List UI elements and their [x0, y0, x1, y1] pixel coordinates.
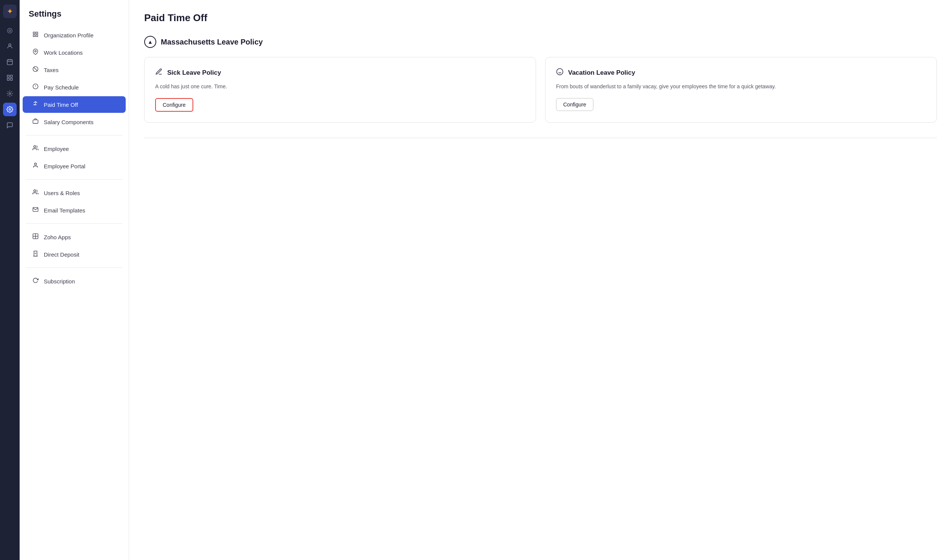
page-title: Paid Time Off — [144, 12, 937, 24]
org-profile-icon — [32, 31, 39, 39]
vacation-leave-card-header: Vacation Leave Policy — [556, 68, 926, 77]
pay-schedule-icon — [32, 83, 39, 91]
sidebar-divider-3 — [26, 224, 123, 224]
dashboard-icon[interactable]: ◎ — [3, 23, 17, 37]
svg-rect-14 — [36, 35, 38, 37]
salary-components-icon — [32, 118, 39, 126]
sidebar-item-label: Paid Time Off — [44, 102, 78, 108]
sick-leave-card-header: Sick Leave Policy — [155, 68, 525, 77]
main-content: Paid Time Off ▲ Massachusetts Leave Poli… — [129, 0, 952, 560]
chat-icon[interactable] — [3, 119, 17, 132]
sidebar-divider-4 — [26, 268, 123, 268]
collapse-icon: ▲ — [148, 39, 153, 45]
sidebar-item-work-locations[interactable]: Work Locations — [23, 44, 126, 61]
sidebar-item-org-profile[interactable]: Organization Profile — [23, 27, 126, 43]
taxes-icon — [32, 66, 39, 74]
employee-icon — [32, 145, 39, 153]
sidebar-item-label: Pay Schedule — [44, 84, 79, 91]
icon-rail: ✦ ◎ — [0, 0, 20, 560]
grid-icon[interactable] — [3, 71, 17, 85]
section-header: ▲ Massachusetts Leave Policy — [144, 36, 937, 48]
svg-point-24 — [34, 190, 36, 192]
svg-point-23 — [34, 163, 36, 165]
sick-leave-title: Sick Leave Policy — [167, 69, 221, 77]
employee-portal-icon — [32, 162, 39, 170]
sidebar-title: Settings — [20, 9, 129, 26]
svg-point-15 — [35, 51, 36, 52]
settings-icon[interactable] — [3, 103, 17, 116]
brand-logo[interactable]: ✦ — [3, 5, 17, 18]
calendar-icon[interactable] — [3, 55, 17, 69]
sidebar-item-label: Taxes — [44, 67, 59, 73]
work-locations-icon — [32, 49, 39, 56]
svg-rect-11 — [33, 32, 35, 34]
svg-rect-6 — [11, 75, 12, 77]
policy-cards-container: Sick Leave Policy A cold has just one cu… — [144, 57, 937, 123]
sidebar-item-email-templates[interactable]: Email Templates — [23, 202, 126, 219]
people-icon[interactable] — [3, 39, 17, 53]
sidebar-item-pay-schedule[interactable]: Pay Schedule — [23, 79, 126, 96]
sidebar-divider-2 — [26, 179, 123, 180]
email-templates-icon — [32, 207, 39, 214]
tools-icon[interactable] — [3, 87, 17, 100]
sidebar-item-employee-portal[interactable]: Employee Portal — [23, 158, 126, 174]
paid-time-off-icon — [32, 101, 39, 108]
sick-leave-description: A cold has just one cure. Time. — [155, 83, 525, 91]
sidebar-item-zoho-apps[interactable]: Zoho Apps — [23, 229, 126, 245]
svg-point-22 — [34, 146, 36, 148]
vacation-leave-icon — [556, 68, 564, 77]
sidebar-item-label: Organization Profile — [44, 32, 94, 39]
subscription-icon — [32, 278, 39, 285]
zoho-apps-icon — [32, 233, 39, 241]
sick-leave-configure-button[interactable]: Configure — [155, 98, 193, 112]
section-divider — [144, 138, 937, 138]
sidebar-item-direct-deposit[interactable]: Direct Deposit — [23, 246, 126, 263]
vacation-leave-policy-card: Vacation Leave Policy From bouts of wand… — [545, 57, 937, 123]
svg-line-17 — [34, 67, 37, 71]
svg-rect-12 — [36, 32, 38, 34]
sidebar-item-taxes[interactable]: Taxes — [23, 62, 126, 78]
sidebar-item-paid-time-off[interactable]: Paid Time Off — [23, 96, 126, 113]
sidebar-item-label: Employee Portal — [44, 163, 85, 170]
sidebar-item-subscription[interactable]: Subscription — [23, 273, 126, 289]
svg-point-0 — [9, 44, 11, 46]
sidebar-item-label: Work Locations — [44, 49, 83, 56]
sidebar-item-label: Users & Roles — [44, 190, 80, 196]
direct-deposit-icon — [32, 251, 39, 258]
svg-rect-5 — [7, 75, 9, 77]
vacation-leave-configure-button[interactable]: Configure — [556, 98, 593, 111]
sidebar-item-label: Zoho Apps — [44, 234, 71, 241]
sidebar: Settings Organization Profile Work Locat… — [20, 0, 129, 560]
section-title: Massachusetts Leave Policy — [161, 38, 263, 46]
svg-rect-8 — [11, 79, 12, 80]
collapse-button[interactable]: ▲ — [144, 36, 156, 48]
svg-rect-13 — [33, 35, 35, 37]
sick-leave-icon — [155, 68, 163, 77]
sick-leave-policy-card: Sick Leave Policy A cold has just one cu… — [144, 57, 536, 123]
vacation-leave-title: Vacation Leave Policy — [568, 69, 635, 77]
sidebar-item-label: Salary Components — [44, 119, 94, 125]
svg-rect-1 — [7, 60, 12, 65]
sidebar-item-users-roles[interactable]: Users & Roles — [23, 185, 126, 201]
svg-rect-21 — [33, 120, 38, 123]
sidebar-item-label: Employee — [44, 146, 69, 152]
sidebar-item-label: Direct Deposit — [44, 251, 79, 258]
sidebar-item-employee[interactable]: Employee — [23, 140, 126, 157]
sidebar-divider-1 — [26, 135, 123, 136]
svg-rect-7 — [7, 79, 9, 80]
sidebar-item-salary-components[interactable]: Salary Components — [23, 114, 126, 130]
vacation-leave-description: From bouts of wanderlust to a family vac… — [556, 83, 926, 91]
users-roles-icon — [32, 189, 39, 197]
sidebar-item-label: Subscription — [44, 278, 75, 284]
sidebar-item-label: Email Templates — [44, 207, 85, 214]
svg-point-9 — [9, 93, 11, 95]
svg-point-10 — [9, 109, 11, 111]
